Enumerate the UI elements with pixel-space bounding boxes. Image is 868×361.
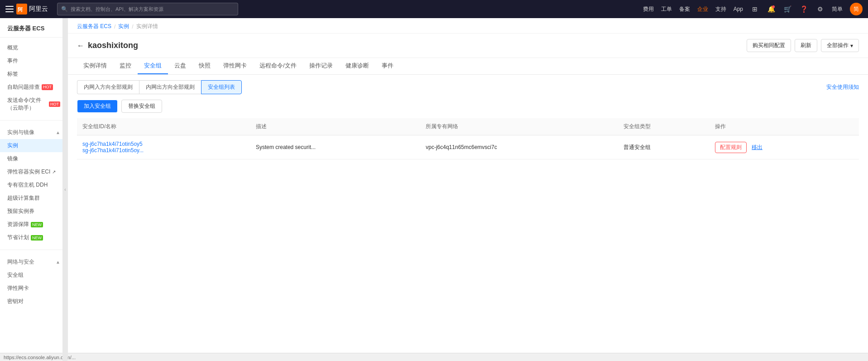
- image-icon[interactable]: ⊞: [750, 5, 759, 14]
- search-placeholder: 搜索文档、控制台、API、解决方案和资源: [71, 6, 163, 13]
- eci-label: 弹性容器实例 ECI: [7, 168, 50, 176]
- action-bar: 加入安全组 替换安全组: [68, 94, 868, 118]
- back-button[interactable]: ←: [77, 42, 84, 49]
- all-ops-button[interactable]: 全部操作 ▾: [821, 39, 859, 52]
- all-ops-label: 全部操作: [827, 42, 849, 49]
- nav-item-app[interactable]: App: [734, 6, 743, 12]
- sidebar-item-reserved[interactable]: 预留实例券: [0, 205, 67, 218]
- sub-tab-list[interactable]: 安全组列表: [201, 80, 242, 94]
- sidebar-item-tags[interactable]: 标签: [0, 67, 67, 81]
- sidebar-collapse-handle[interactable]: ‹: [62, 18, 68, 361]
- collapse-icon: ▲: [56, 130, 60, 135]
- search-bar[interactable]: 🔍 搜索文档、控制台、API、解决方案和资源: [57, 3, 238, 15]
- hot-badge-2: HOT: [49, 101, 60, 107]
- nav-item-support[interactable]: 支持: [715, 5, 726, 13]
- tab-security-group[interactable]: 安全组: [138, 58, 168, 74]
- section-title-network: 网络与安全: [7, 258, 34, 266]
- avatar[interactable]: 简: [850, 3, 863, 15]
- nav-item-enterprise[interactable]: 企业: [697, 5, 708, 13]
- type-text: 普通安全组: [623, 144, 651, 150]
- cart-icon[interactable]: 🛒: [783, 5, 792, 14]
- username-label[interactable]: 简单: [832, 5, 843, 13]
- cell-actions: 配置规则 移出: [710, 135, 859, 159]
- dropdown-arrow-icon: ▾: [850, 43, 853, 49]
- sidebar-item-events[interactable]: 事件: [0, 54, 67, 67]
- buy-similar-button[interactable]: 购买相同配置: [747, 39, 791, 52]
- sidebar-item-image[interactable]: 镜像: [0, 152, 67, 165]
- main-layout: 云服务器 ECS 概览 事件 标签 自助问题排查 HOT 发送命令/文件（云助手…: [0, 18, 868, 361]
- sidebar-section-header-network[interactable]: 网络与安全 ▲: [0, 255, 67, 269]
- search-icon: 🔍: [61, 6, 68, 12]
- refresh-button[interactable]: 刷新: [795, 39, 817, 52]
- breadcrumb-ecs[interactable]: 云服务器 ECS: [77, 23, 111, 30]
- help-icon[interactable]: ❓: [799, 5, 808, 14]
- url-hint-bar: https://ecs.console.aliyun.com/...: [0, 353, 868, 361]
- settings-icon[interactable]: ⚙: [815, 5, 825, 14]
- sub-tab-outbound[interactable]: 内网出方向全部规则: [139, 80, 201, 94]
- svg-text:阿: 阿: [18, 7, 23, 12]
- sidebar-item-security-group[interactable]: 安全组: [0, 269, 67, 282]
- tab-remote-cmd[interactable]: 远程命令/文件: [253, 58, 303, 74]
- notification-icon[interactable]: 🔔: [767, 5, 776, 14]
- nav-item-ticket[interactable]: 工单: [661, 5, 672, 13]
- tab-disk[interactable]: 云盘: [168, 58, 192, 74]
- collapse-icon-2: ▲: [56, 260, 60, 265]
- page-actions: 购买相同配置 刷新 全部操作 ▾: [747, 39, 859, 52]
- sidebar-item-ddh[interactable]: 专有宿主机 DDH: [0, 178, 67, 192]
- breadcrumb-detail: 实例详情: [136, 23, 158, 30]
- col-header-vpc: 所属专有网络: [420, 118, 618, 135]
- tab-health[interactable]: 健康诊断: [339, 58, 375, 74]
- security-notice-link[interactable]: 安全使用须知: [826, 83, 859, 91]
- tab-monitor[interactable]: 监控: [113, 58, 138, 74]
- sidebar-section-network: 网络与安全 ▲ 安全组 弹性网卡 密钥对: [0, 252, 67, 312]
- collapse-arrow: ‹: [64, 187, 66, 192]
- sidebar-title: 云服务器 ECS: [0, 18, 67, 38]
- add-security-group-button[interactable]: 加入安全组: [77, 100, 118, 113]
- configure-rules-button[interactable]: 配置规则: [715, 142, 747, 153]
- resource-label: 资源保障: [7, 221, 29, 228]
- breadcrumb-sep-2: /: [132, 24, 133, 30]
- external-icon: ↗: [52, 169, 56, 174]
- cell-desc: System created securit...: [250, 135, 420, 159]
- sidebar-section-header-instance[interactable]: 实例与镜像 ▲: [0, 126, 67, 139]
- logo-area[interactable]: 阿 阿里云: [5, 4, 48, 14]
- tab-ops-log[interactable]: 操作记录: [303, 58, 339, 74]
- breadcrumb: 云服务器 ECS / 实例 / 实例详情: [68, 18, 868, 34]
- sidebar-item-overview[interactable]: 概览: [0, 41, 67, 54]
- nav-item-record[interactable]: 备案: [679, 5, 690, 13]
- sg-name-link[interactable]: sg-j6c7ha1k4i71otin5oy...: [82, 147, 144, 154]
- breadcrumb-instances[interactable]: 实例: [118, 23, 129, 30]
- aliyun-logo[interactable]: 阿 阿里云: [16, 4, 48, 14]
- sidebar-item-keypair[interactable]: 密钥对: [0, 295, 67, 308]
- cell-type: 普通安全组: [618, 135, 710, 159]
- cell-id: sg-j6c7ha1k4i71otin5oy5 sg-j6c7ha1k4i71o…: [77, 135, 250, 159]
- sidebar-item-resource[interactable]: 资源保障 NEW: [0, 218, 67, 231]
- tab-instance-detail[interactable]: 实例详情: [77, 58, 113, 74]
- sub-tabs: 内网入方向全部规则 内网出方向全部规则 安全组列表 安全使用须知: [68, 75, 868, 94]
- content-inner: 云服务器 ECS / 实例 / 实例详情 ← kaoshixitong 购买相同…: [68, 18, 868, 361]
- sidebar-section-instance: 实例与镜像 ▲ 实例 镜像 弹性容器实例 ECI ↗ 专有宿主机 DDH 超级计…: [0, 122, 67, 248]
- tab-nic[interactable]: 弹性网卡: [217, 58, 253, 74]
- sidebar-item-eci[interactable]: 弹性容器实例 ECI ↗: [0, 165, 67, 178]
- sidebar-item-nic[interactable]: 弹性网卡: [0, 282, 67, 295]
- sidebar-top-section: 概览 事件 标签 自助问题排查 HOT 发送命令/文件（云助手） HOT: [0, 38, 67, 118]
- new-badge-2: NEW: [31, 235, 43, 241]
- sidebar-item-hpc[interactable]: 超级计算集群: [0, 192, 67, 205]
- hamburger-icon[interactable]: [5, 6, 14, 12]
- table-wrap: 安全组ID/名称 描述 所属专有网络 安全组类型 操作 sg-j6c7ha1k4…: [68, 118, 868, 159]
- sidebar-item-savings[interactable]: 节省计划 NEW: [0, 231, 67, 244]
- sidebar-item-instance[interactable]: 实例: [0, 139, 67, 152]
- page-title: kaoshixitong: [88, 41, 138, 50]
- sub-tab-inbound[interactable]: 内网入方向全部规则: [77, 80, 139, 94]
- sidebar-item-command[interactable]: 发送命令/文件（云助手） HOT: [0, 94, 67, 115]
- nav-item-fee[interactable]: 费用: [643, 5, 654, 13]
- tab-snapshot[interactable]: 快照: [192, 58, 217, 74]
- col-header-id: 安全组ID/名称: [77, 118, 250, 135]
- replace-security-group-button[interactable]: 替换安全组: [121, 100, 162, 113]
- col-header-type: 安全组类型: [618, 118, 710, 135]
- page-header: ← kaoshixitong 购买相同配置 刷新 全部操作 ▾: [68, 34, 868, 58]
- sg-id-link[interactable]: sg-j6c7ha1k4i71otin5oy5: [82, 141, 143, 147]
- tab-events[interactable]: 事件: [375, 58, 400, 74]
- sidebar-item-troubleshoot[interactable]: 自助问题排查 HOT: [0, 81, 67, 94]
- remove-button[interactable]: 移出: [752, 144, 762, 150]
